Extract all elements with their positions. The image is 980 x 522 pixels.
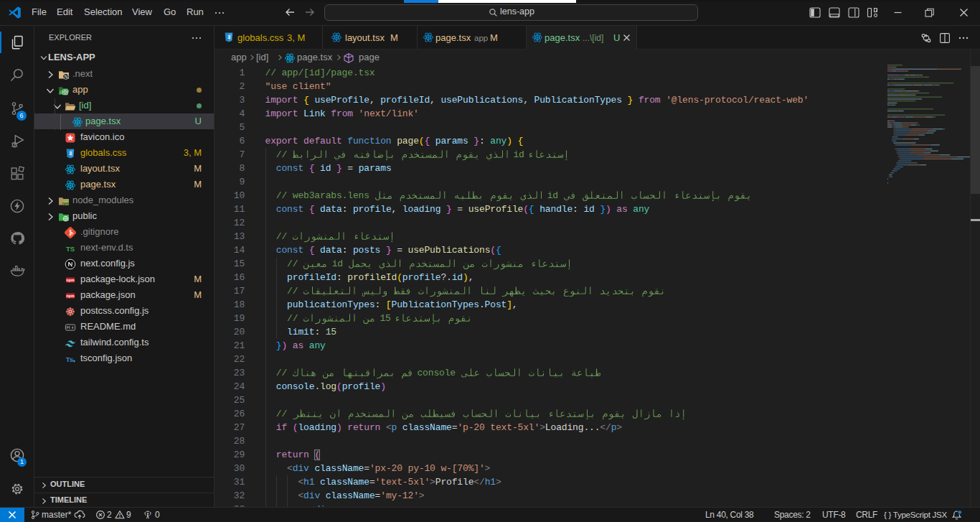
svg-text:TS: TS [66,245,75,253]
svg-text:npm: npm [62,202,70,205]
svg-text:Ts: Ts [66,355,73,363]
svg-text:3: 3 [227,34,230,40]
svg-text:N: N [64,74,67,79]
